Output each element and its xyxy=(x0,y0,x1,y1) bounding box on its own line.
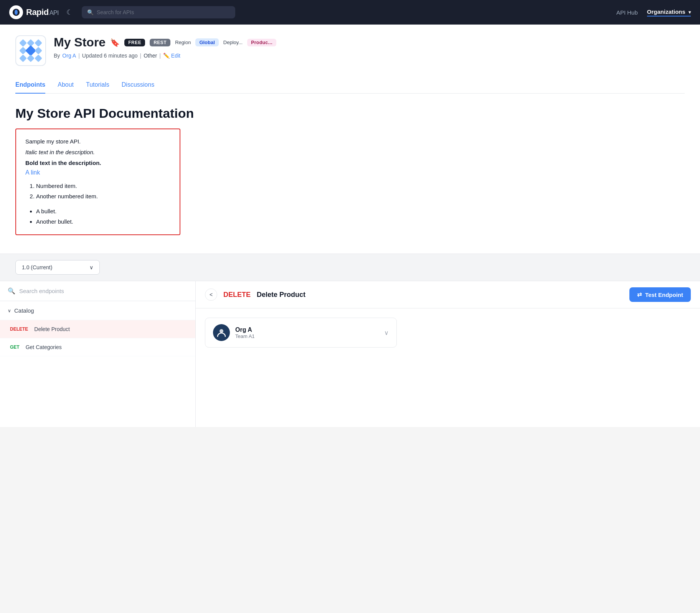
nav-links: API Hub Organizations ▾ xyxy=(616,8,691,16)
doc-link[interactable]: A link xyxy=(25,169,40,176)
org-name: Org A xyxy=(235,326,379,333)
by-label: By xyxy=(54,53,60,59)
bookmark-icon[interactable]: 🔖 xyxy=(110,38,120,47)
tab-endpoints[interactable]: Endpoints xyxy=(15,77,45,94)
api-logo xyxy=(15,35,46,66)
search-endpoints-bar: 🔍 xyxy=(0,281,195,301)
logo-icon xyxy=(9,5,23,19)
list-item: Numbered item. xyxy=(36,181,170,191)
doc-bullet-list: A bullet. Another bullet. xyxy=(36,206,170,227)
nav-link-apihub[interactable]: API Hub xyxy=(616,9,638,16)
category-link[interactable]: Other xyxy=(144,53,157,59)
org-info: Org A Team A1 xyxy=(235,326,379,339)
search-icon: 🔍 xyxy=(87,9,94,15)
main-content: My Store API Documentation Sample my sto… xyxy=(0,94,700,254)
badge-produc[interactable]: Produc... xyxy=(247,39,276,46)
region-label: Region xyxy=(175,40,191,45)
api-title: My Store xyxy=(54,35,106,49)
chevron-down-icon: ∨ xyxy=(89,264,93,270)
edit-icon: ✏️ xyxy=(163,53,170,59)
catalog-header[interactable]: ∨ Catalog xyxy=(0,301,195,320)
logo[interactable]: RapidAPI xyxy=(9,5,59,19)
updated-text: Updated 6 minutes ago xyxy=(82,53,138,59)
endpoint-name: Delete Product xyxy=(34,326,70,332)
logo-diamond-1 xyxy=(19,39,27,47)
version-bar: 1.0 (Current) ∨ xyxy=(0,254,700,281)
search-icon: 🔍 xyxy=(8,287,15,295)
logo-diamond-5 xyxy=(35,47,42,54)
tab-about[interactable]: About xyxy=(58,77,74,94)
endpoints-sidebar: 🔍 ∨ Catalog DELETE Delete Product GET Ge… xyxy=(0,281,196,427)
api-info: My Store 🔖 FREE REST Region Global Deplo… xyxy=(54,35,685,59)
endpoints-area: 🔍 ∨ Catalog DELETE Delete Product GET Ge… xyxy=(0,281,700,427)
method-badge-delete: DELETE xyxy=(8,326,30,333)
version-select[interactable]: 1.0 (Current) ∨ xyxy=(15,260,100,275)
back-button[interactable]: < xyxy=(205,288,217,301)
org-team: Team A1 xyxy=(235,333,379,339)
endpoint-panel-body: Org A Team A1 ∨ xyxy=(196,308,700,357)
logo-diamond-3 xyxy=(35,39,42,47)
doc-numbered-list: Numbered item. Another numbered item. xyxy=(36,181,170,201)
list-item: Another bullet. xyxy=(36,216,170,227)
test-endpoint-button[interactable]: ⇄ Test Endpoint xyxy=(629,287,691,302)
org-card: Org A Team A1 ∨ xyxy=(205,318,397,348)
api-header: My Store 🔖 FREE REST Region Global Deplo… xyxy=(15,35,685,74)
top-navigation: RapidAPI ☾ 🔍 API Hub Organizations ▾ xyxy=(0,0,700,25)
tab-tutorials[interactable]: Tutorials xyxy=(86,77,109,94)
doc-italic: Italic text in the description. xyxy=(25,148,170,157)
chevron-left-icon: < xyxy=(210,292,213,298)
endpoint-panel: < DELETE Delete Product ⇄ Test Endpoint xyxy=(196,281,700,427)
endpoint-method: DELETE xyxy=(223,291,251,299)
tab-discussions[interactable]: Discussions xyxy=(122,77,154,94)
svg-point-1 xyxy=(220,329,223,333)
catalog-section: ∨ Catalog DELETE Delete Product GET Get … xyxy=(0,301,195,356)
logo-diamond-7 xyxy=(27,54,35,62)
badge-deploy[interactable]: Deploy... xyxy=(223,40,243,45)
method-badge-get: GET xyxy=(8,344,22,351)
logo-diamond-8 xyxy=(35,54,42,62)
doc-description-box: Sample my store API. Italic text in the … xyxy=(15,129,180,235)
api-title-row: My Store 🔖 FREE REST Region Global Deplo… xyxy=(54,35,685,49)
endpoint-panel-header: < DELETE Delete Product ⇄ Test Endpoint xyxy=(196,281,700,308)
api-header-section: My Store 🔖 FREE REST Region Global Deplo… xyxy=(0,25,700,94)
search-box[interactable]: 🔍 xyxy=(82,6,235,18)
endpoints-search-input[interactable] xyxy=(19,288,188,294)
endpoint-item-get[interactable]: GET Get Categories xyxy=(0,338,195,356)
api-meta: By Org A | Updated 6 minutes ago | Other… xyxy=(54,53,685,59)
tabs: Endpoints About Tutorials Discussions xyxy=(15,77,685,94)
badge-free: FREE xyxy=(124,39,145,46)
list-item: A bullet. xyxy=(36,206,170,216)
badge-global: Global xyxy=(195,38,218,46)
endpoint-title: Delete Product xyxy=(257,291,623,299)
chevron-down-icon: ∨ xyxy=(8,308,11,313)
org-avatar xyxy=(213,324,230,341)
logo-text: RapidAPI xyxy=(26,7,59,17)
search-input[interactable] xyxy=(97,9,230,15)
edit-link[interactable]: ✏️ Edit xyxy=(163,53,180,59)
list-item: Another numbered item. xyxy=(36,191,170,201)
dark-mode-icon[interactable]: ☾ xyxy=(66,8,73,16)
endpoint-name: Get Categories xyxy=(26,344,62,350)
bottom-section: 1.0 (Current) ∨ 🔍 ∨ Catalog DELETE Delet… xyxy=(0,254,700,427)
doc-title: My Store API Documentation xyxy=(15,106,685,121)
badge-rest: REST xyxy=(150,39,170,46)
chevron-down-icon[interactable]: ∨ xyxy=(384,329,389,336)
transfer-icon: ⇄ xyxy=(637,291,642,298)
doc-bold: Bold text in the description. xyxy=(25,158,170,168)
endpoint-item-delete[interactable]: DELETE Delete Product xyxy=(0,320,195,338)
author-link[interactable]: Org A xyxy=(62,53,76,59)
doc-sample: Sample my store API. xyxy=(25,137,170,146)
logo-diamond-6 xyxy=(19,54,27,62)
nav-link-organizations[interactable]: Organizations ▾ xyxy=(647,8,691,16)
